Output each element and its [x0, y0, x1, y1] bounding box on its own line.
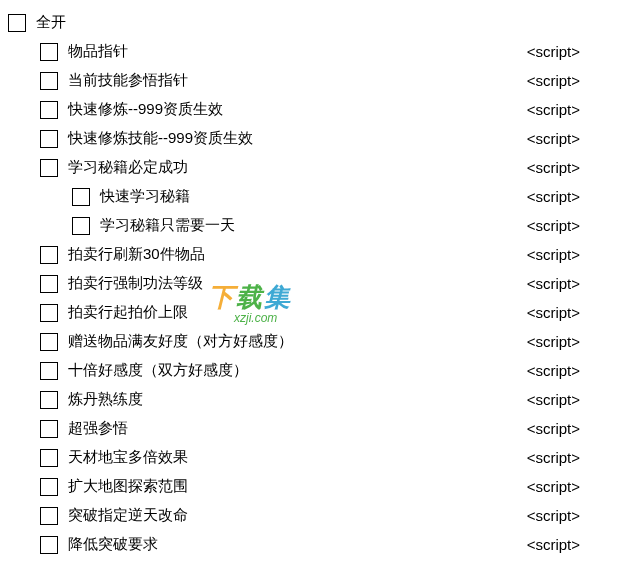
script-tag: <script>	[527, 211, 580, 240]
script-tag: <script>	[527, 66, 580, 95]
tree-label: 拍卖行起拍价上限	[68, 303, 188, 322]
tree-label: 学习秘籍必定成功	[68, 158, 188, 177]
checkbox[interactable]	[40, 101, 58, 119]
tree-label: 学习秘籍只需要一天	[100, 216, 235, 235]
checkbox[interactable]	[40, 536, 58, 554]
checkbox[interactable]	[40, 43, 58, 61]
script-tag: <script>	[527, 385, 580, 414]
checkbox[interactable]	[40, 478, 58, 496]
checkbox[interactable]	[40, 246, 58, 264]
tree-label: 赠送物品满友好度（对方好感度）	[68, 332, 293, 351]
script-tag: <script>	[527, 182, 580, 211]
tree-row[interactable]: 炼丹熟练度<script>	[8, 385, 620, 414]
tree-row[interactable]: 拍卖行刷新30件物品<script>	[8, 240, 620, 269]
checkbox[interactable]	[40, 449, 58, 467]
tree-row[interactable]: 赠送物品满友好度（对方好感度）<script>	[8, 327, 620, 356]
tree-row[interactable]: 学习秘籍必定成功<script>	[8, 153, 620, 182]
script-tag: <script>	[527, 327, 580, 356]
tree-label: 快速修炼--999资质生效	[68, 100, 223, 119]
tree-row[interactable]: 降低突破要求<script>	[8, 530, 620, 559]
tree-row[interactable]: 快速修炼--999资质生效<script>	[8, 95, 620, 124]
checkbox[interactable]	[72, 188, 90, 206]
tree-label: 十倍好感度（双方好感度）	[68, 361, 248, 380]
tree-label: 快速学习秘籍	[100, 187, 190, 206]
checkbox[interactable]	[40, 159, 58, 177]
script-tag: <script>	[527, 298, 580, 327]
tree-row[interactable]: 突破指定逆天改命<script>	[8, 501, 620, 530]
checkbox[interactable]	[40, 72, 58, 90]
checkbox[interactable]	[40, 275, 58, 293]
checkbox[interactable]	[72, 217, 90, 235]
tree-label: 炼丹熟练度	[68, 390, 143, 409]
script-tag: <script>	[527, 124, 580, 153]
tree-row[interactable]: 天材地宝多倍效果<script>	[8, 443, 620, 472]
tree-label: 拍卖行强制功法等级	[68, 274, 203, 293]
tree-row[interactable]: 超强参悟<script>	[8, 414, 620, 443]
script-tag: <script>	[527, 501, 580, 530]
script-tag: <script>	[527, 240, 580, 269]
cheat-tree: 全开 物品指针<script>当前技能参悟指针<script>快速修炼--999…	[8, 8, 620, 559]
tree-label: 全开	[36, 13, 66, 32]
checkbox[interactable]	[40, 333, 58, 351]
tree-row[interactable]: 学习秘籍只需要一天<script>	[8, 211, 620, 240]
tree-label: 扩大地图探索范围	[68, 477, 188, 496]
checkbox[interactable]	[8, 14, 26, 32]
tree-row[interactable]: 拍卖行起拍价上限<script>	[8, 298, 620, 327]
checkbox[interactable]	[40, 391, 58, 409]
script-tag: <script>	[527, 530, 580, 559]
checkbox[interactable]	[40, 420, 58, 438]
script-tag: <script>	[527, 472, 580, 501]
script-tag: <script>	[527, 356, 580, 385]
tree-row[interactable]: 扩大地图探索范围<script>	[8, 472, 620, 501]
checkbox[interactable]	[40, 362, 58, 380]
script-tag: <script>	[527, 443, 580, 472]
tree-label: 快速修炼技能--999资质生效	[68, 129, 253, 148]
tree-label: 天材地宝多倍效果	[68, 448, 188, 467]
tree-label: 突破指定逆天改命	[68, 506, 188, 525]
tree-row[interactable]: 物品指针<script>	[8, 37, 620, 66]
script-tag: <script>	[527, 153, 580, 182]
tree-row[interactable]: 快速学习秘籍<script>	[8, 182, 620, 211]
script-tag: <script>	[527, 95, 580, 124]
tree-row[interactable]: 十倍好感度（双方好感度）<script>	[8, 356, 620, 385]
tree-label: 降低突破要求	[68, 535, 158, 554]
checkbox[interactable]	[40, 304, 58, 322]
checkbox[interactable]	[40, 130, 58, 148]
tree-label: 当前技能参悟指针	[68, 71, 188, 90]
script-tag: <script>	[527, 414, 580, 443]
tree-row[interactable]: 当前技能参悟指针<script>	[8, 66, 620, 95]
tree-row[interactable]: 拍卖行强制功法等级<script>	[8, 269, 620, 298]
tree-label: 超强参悟	[68, 419, 128, 438]
script-tag: <script>	[527, 37, 580, 66]
script-tag: <script>	[527, 269, 580, 298]
tree-row-root[interactable]: 全开	[8, 8, 620, 37]
tree-label: 拍卖行刷新30件物品	[68, 245, 205, 264]
checkbox[interactable]	[40, 507, 58, 525]
tree-label: 物品指针	[68, 42, 128, 61]
tree-row[interactable]: 快速修炼技能--999资质生效<script>	[8, 124, 620, 153]
